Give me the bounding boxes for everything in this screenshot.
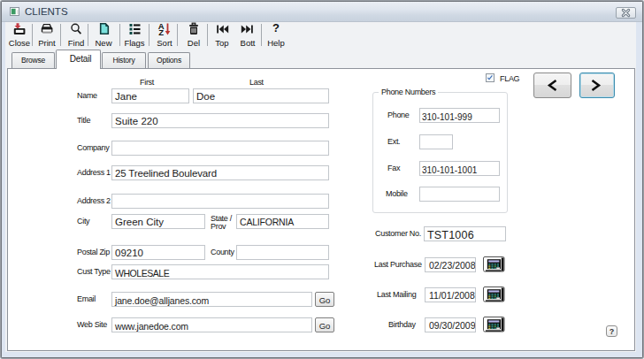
svg-text:Z: Z [158, 27, 164, 36]
